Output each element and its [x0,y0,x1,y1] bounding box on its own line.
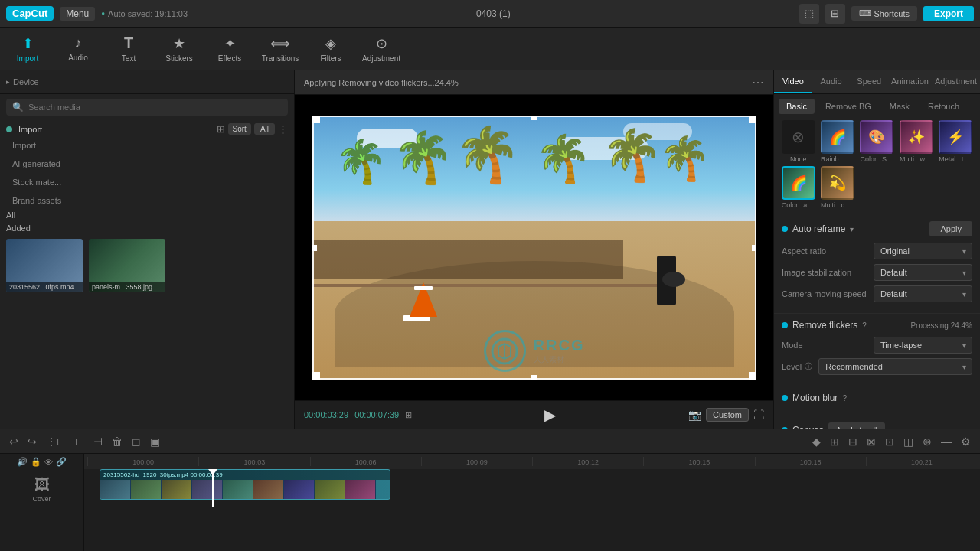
hide-button[interactable]: 👁 [44,458,53,467]
tool-audio[interactable]: ♪ Audio [54,30,103,68]
video-preview[interactable]: 🌴 🌴 🌴 🌴 🌴 🌴 [295,95,773,400]
view-controls: ⊞ Sort All ⋮ [217,123,288,135]
tl-icon-1[interactable]: ⊞ [827,434,842,449]
nav-item-import[interactable]: Import [0,138,294,153]
snapshot-button[interactable]: 📷 [688,409,701,421]
quality-button[interactable]: Custom [706,408,749,422]
subtab-basic[interactable]: Basic [779,99,815,114]
effect-color-ation[interactable]: 🌈 Color...ation [780,166,816,209]
subtab-retouch[interactable]: Retouch [920,99,967,114]
effect-multi-witch-preview: ✨ [900,120,933,154]
motion-blur-section: Motion blur ? [774,386,980,416]
tool-text[interactable]: T Text [104,30,153,68]
media-item-video[interactable]: 20315562...0fps.mp4 [6,239,83,292]
image-stab-select[interactable]: Default [874,264,972,281]
tl-icon-4[interactable]: ⊡ [882,434,897,449]
remove-flickers-title: Remove flickers [792,320,858,331]
level-select[interactable]: Recommended [818,358,972,375]
device-section-header[interactable]: ▸ Device [6,75,288,89]
apply-to-all-button[interactable]: Apply to all [828,422,885,429]
adjustment-icon: ⊙ [376,35,387,52]
track-clip[interactable]: 20315562-hd_1920_30fps.mp4 00:00:07:39 [100,469,390,500]
redo-button[interactable]: ↪ [24,434,40,449]
cover-label[interactable]: 🖼 Cover [0,470,83,509]
monitor-icon-button[interactable]: ⬚ [799,4,819,24]
delete-button[interactable]: 🗑 [109,434,126,449]
tl-icon-7[interactable]: — [938,434,955,449]
ungroup-button[interactable]: ◻ [129,434,144,449]
tool-effects[interactable]: ✦ Effects [205,30,254,68]
canvas-dot [782,427,788,429]
playhead[interactable] [212,469,214,507]
effect-multi-witch[interactable]: ✨ Multi...witch [898,120,934,163]
import-label[interactable]: Import [18,125,42,134]
remove-flickers-header[interactable]: Remove flickers ? Processing 24.4% [782,320,972,331]
effect-color-ation-label: Color...ation [782,201,815,209]
tab-animation[interactable]: Animation [888,70,932,93]
search-input[interactable] [28,103,282,112]
nav-item-stock[interactable]: Stock mate... [0,174,294,190]
effect-rainb-spot[interactable]: 🌈 Rainb...Spot [819,120,855,163]
motion-blur-header[interactable]: Motion blur ? [782,393,972,403]
ruler-mark-0: 100:00 [87,457,198,466]
all-filter-button[interactable]: All [254,123,275,135]
tab-audio[interactable]: Audio [812,70,851,93]
tl-icon-2[interactable]: ⊟ [845,434,861,449]
tool-transitions-label: Transitions [262,54,299,63]
tool-adjustment[interactable]: ⊙ Adjustment [357,30,406,68]
filter-options-button[interactable]: ⋮ [278,123,288,135]
camera-speed-select[interactable]: Default [874,285,972,302]
lock-button[interactable]: 🔒 [31,457,41,467]
tl-icon-5[interactable]: ◫ [900,434,916,449]
menu-button[interactable]: Menu [60,7,95,21]
tool-transitions[interactable]: ⟺ Transitions [256,30,305,68]
nav-item-ai-generated[interactable]: AI generated [0,156,294,171]
subtab-remove-bg[interactable]: Remove BG [818,99,879,114]
auto-reframe-header[interactable]: Auto reframe ▾ Apply [782,221,972,236]
auto-reframe-apply-button[interactable]: Apply [929,221,972,236]
tab-video[interactable]: Video [774,70,812,93]
split-button[interactable]: ⋮⊢ [43,434,69,449]
top-right-actions: ⬚ ⊞ ⌨ Shortcuts Export [799,4,974,24]
trim-left-button[interactable]: ⊣ [90,434,106,449]
tool-filters[interactable]: ◈ Filters [306,30,355,68]
subtab-mask[interactable]: Mask [882,99,917,114]
playback-controls: ▶ [544,406,556,424]
expand-icon-button[interactable]: ⊞ [825,4,845,24]
media-item-image-label: panels-m...3558.jpg [89,282,165,292]
group-button[interactable]: ▣ [147,434,163,449]
audio-track-button[interactable]: 🔊 [17,457,28,467]
clip-thumb-1 [100,480,131,499]
grid-view-button[interactable]: ⊞ [217,123,225,135]
sort-button[interactable]: Sort [228,123,251,135]
effect-none[interactable]: ⊗ None [780,120,816,163]
main-layout: ▸ Device 🔍 Import ⊞ Sort All ⋮ Import AI… [0,70,980,429]
keyframe-button[interactable]: ◆ [809,434,824,449]
export-button[interactable]: Export [923,6,974,21]
tl-icon-3[interactable]: ⊠ [864,434,879,449]
split-at-playhead-button[interactable]: ⊢ [72,434,87,449]
shortcuts-button[interactable]: ⌨ Shortcuts [851,6,917,21]
tab-adjustment[interactable]: Adjustment [932,70,980,93]
nav-item-brand[interactable]: Brand assets [0,193,294,208]
tl-settings-button[interactable]: ⚙ [958,434,974,449]
progress-text: Applying Removing video flickers...24.4% [304,78,746,87]
aspect-ratio-select-wrap: Original ▾ [874,243,972,259]
more-options-button[interactable]: ⋯ [752,75,764,90]
link-button[interactable]: 🔗 [56,457,67,467]
aspect-ratio-select[interactable]: Original [874,243,972,259]
tl-icon-6[interactable]: ⊛ [920,434,935,449]
tool-stickers[interactable]: ★ Stickers [155,30,204,68]
effect-multi-ckler[interactable]: 💫 Multi...ckler [819,166,855,209]
mode-select[interactable]: Time-lapse [874,337,972,354]
media-item-image[interactable]: panels-m...3558.jpg [89,239,165,292]
undo-button[interactable]: ↩ [6,434,21,449]
tab-speed[interactable]: Speed [850,70,888,93]
fullscreen-button[interactable]: ⛶ [753,409,764,421]
effect-color-swipe[interactable]: 🎨 Color...Swipe [859,120,895,163]
effects-grid: ⊗ None 🌈 Rainb...Spot 🎨 Color...Swipe ✨ [774,114,980,215]
effect-metal-laser[interactable]: ⚡ Metal...Laser [938,120,974,163]
play-button[interactable]: ▶ [544,406,556,424]
tool-import[interactable]: ⬆ Import [3,30,52,68]
tool-audio-label: Audio [68,54,88,62]
